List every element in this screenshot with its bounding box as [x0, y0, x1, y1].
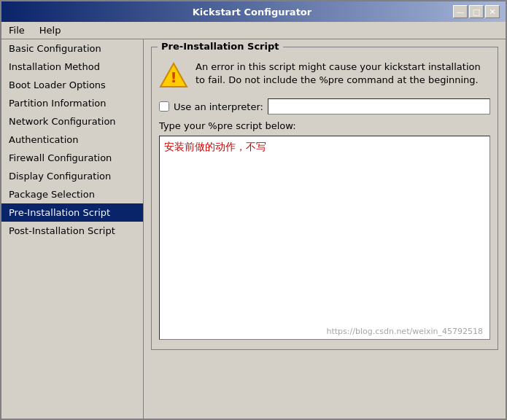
title-bar: Kickstart Configurator — □ ✕ — [1, 1, 506, 22]
interpreter-input[interactable] — [268, 98, 490, 114]
close-button[interactable]: ✕ — [485, 5, 500, 18]
script-container: https://blog.csdn.net/weixin_45792518 — [159, 136, 490, 342]
sidebar-item-post-installation-script[interactable]: Post-Installation Script — [1, 222, 143, 240]
sidebar-item-boot-loader-options[interactable]: Boot Loader Options — [1, 76, 143, 94]
sidebar-item-installation-method[interactable]: Installation Method — [1, 58, 143, 76]
interpreter-label: Use an interpreter: — [174, 101, 263, 112]
menu-help[interactable]: Help — [35, 23, 66, 37]
title-bar-controls: — □ ✕ — [453, 5, 500, 18]
watermark: https://blog.csdn.net/weixin_45792518 — [326, 327, 483, 336]
sidebar-item-display-configuration[interactable]: Display Configuration — [1, 167, 143, 185]
sidebar-item-basic-configuration[interactable]: Basic Configuration — [1, 39, 143, 58]
svg-text:!: ! — [170, 69, 177, 86]
sidebar-item-partition-information[interactable]: Partition Information — [1, 94, 143, 112]
content-area: Pre-Installation Script ! An error in th… — [144, 39, 506, 419]
warning-box: ! An error in this script might cause yo… — [159, 61, 490, 90]
window-title: Kickstart Configurator — [51, 7, 453, 18]
checkbox-row: Use an interpreter: — [159, 98, 490, 114]
sidebar-item-pre-installation-script[interactable]: Pre-Installation Script — [1, 203, 143, 222]
type-label: Type your %pre script below: — [159, 120, 490, 131]
sidebar-item-package-selection[interactable]: Package Selection — [1, 185, 143, 203]
main-window: Kickstart Configurator — □ ✕ File Help B… — [0, 0, 507, 420]
sidebar-item-network-configuration[interactable]: Network Configuration — [1, 112, 143, 131]
warning-icon: ! — [159, 61, 188, 90]
minimize-button[interactable]: — — [453, 5, 468, 18]
sidebar-item-firewall-configuration[interactable]: Firewall Configuration — [1, 149, 143, 167]
main-content: Basic Configuration Installation Method … — [1, 39, 506, 419]
sidebar: Basic Configuration Installation Method … — [1, 39, 144, 419]
menu-file[interactable]: File — [4, 23, 29, 37]
maximize-button[interactable]: □ — [469, 5, 484, 18]
panel-fieldset: Pre-Installation Script ! An error in th… — [151, 47, 498, 350]
sidebar-item-authentication[interactable]: Authentication — [1, 131, 143, 149]
panel-legend: Pre-Installation Script — [158, 41, 283, 52]
menu-bar: File Help — [1, 22, 506, 39]
warning-text: An error in this script might cause your… — [196, 61, 490, 87]
script-textarea[interactable] — [159, 136, 490, 340]
interpreter-checkbox[interactable] — [159, 101, 169, 112]
